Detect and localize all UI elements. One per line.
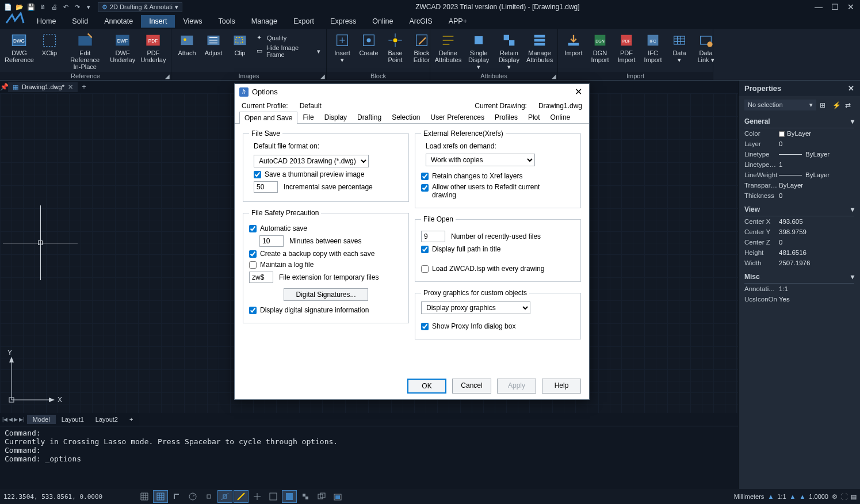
layout-prev-icon[interactable]: ◀ [9,417,13,422]
retain-xref-checkbox[interactable]: Retain changes to Xref layers [421,172,575,180]
edit-reference-button[interactable]: Edit Reference In-Place [64,31,106,71]
define-attributes-button[interactable]: Define Attributes [434,31,463,64]
status-scale[interactable]: 1:1 [777,493,786,500]
property-row[interactable]: ColorByLayer [744,128,854,139]
options-tab-plot[interactable]: Plot [523,111,545,123]
qat-undo-icon[interactable]: ↶ [61,2,70,12]
pdf-underlay-button[interactable]: PDFPDF Underlay [139,31,167,64]
file-tab-drawing1[interactable]: ▦ Drawing1.dwg* ✕ [8,82,78,92]
status-customize-icon[interactable]: ▤ [851,493,857,501]
options-tab-file[interactable]: File [297,111,319,123]
temp-file-ext-input[interactable] [249,272,273,283]
display-digsig-checkbox[interactable]: Display digital signature information [249,306,403,314]
dgn-import-button[interactable]: DGNDGN Import [588,31,612,64]
property-row[interactable]: Center Z0 [744,237,854,247]
attach-button[interactable]: Attach [175,31,199,58]
tab-views[interactable]: Views [175,15,210,28]
qat-save-icon[interactable]: 💾 [26,2,36,12]
layout-next-icon[interactable]: ▶ [14,417,18,422]
status-sc-button[interactable] [282,490,297,503]
general-group-header[interactable]: General▾ [744,115,854,128]
reference-launcher-icon[interactable]: ◢ [165,73,170,79]
data-button[interactable]: Data▾ [667,31,691,64]
pick-add-icon[interactable]: ⊞ [820,101,829,109]
ok-button[interactable]: OK [407,379,446,394]
options-tab-open-save[interactable]: Open and Save [239,112,297,124]
qat-plot-icon[interactable]: 🖨 [49,2,59,12]
retain-display-button[interactable]: Retain Display ▾ [495,31,523,71]
close-tab-icon[interactable]: ✕ [68,83,73,91]
close-button[interactable]: ✕ [845,2,857,12]
digital-signatures-button[interactable]: Digital Signatures... [284,288,368,301]
quality-button[interactable]: ✦Quality [254,33,323,43]
import-button[interactable]: Import [561,31,586,58]
options-tab-online[interactable]: Online [545,111,576,123]
pdf-import-button[interactable]: PDFPDF Import [614,31,639,64]
misc-group-header[interactable]: Misc▾ [744,270,854,284]
options-tab-selection[interactable]: Selection [387,111,425,123]
dwg-reference-button[interactable]: DWGDWG Reference [3,31,35,64]
workspace-dropdown[interactable]: ⚙ 2D Drafting & Annotati ▾ [98,2,182,12]
default-file-format-select[interactable]: AutoCAD 2013 Drawing (*.dwg) [254,155,369,167]
status-dyn-button[interactable] [250,490,265,503]
property-row[interactable]: Height481.6516 [744,247,854,258]
allow-refedit-checkbox[interactable]: Allow other users to Refedit current dra… [421,183,575,199]
tab-insert[interactable]: Insert [141,15,175,28]
manage-attributes-button[interactable]: Manage Attributes [525,31,554,64]
proxy-graphics-select[interactable]: Display proxy graphics [421,301,530,314]
tab-appplus[interactable]: APP+ [441,15,475,28]
save-thumbnail-checkbox[interactable]: Save a thumbnail preview image [254,170,403,178]
view-group-header[interactable]: View▾ [744,203,854,216]
status-grid-button[interactable] [137,490,152,503]
dwf-underlay-button[interactable]: DWFDWF Underlay [109,31,137,64]
hide-image-frame-button[interactable]: ▭Hide Image Frame▾ [254,44,323,59]
tab-export[interactable]: Export [285,15,322,28]
status-cycle-button[interactable] [314,490,329,503]
status-lwt-button[interactable] [234,490,249,503]
tab-express[interactable]: Express [322,15,364,28]
status-osnap-button[interactable] [201,490,216,503]
images-launcher-icon[interactable]: ◢ [320,73,325,79]
property-row[interactable]: Width2507.1976 [744,258,854,268]
qat-more-icon[interactable]: ▾ [84,2,93,12]
help-button[interactable]: Help [542,379,581,394]
options-tab-user-prefs[interactable]: User Preferences [426,111,490,123]
options-tab-display[interactable]: Display [319,111,352,123]
property-row[interactable]: Annotati...1:1 [744,284,854,294]
selection-dropdown[interactable]: No selection▾ [744,100,816,110]
status-units[interactable]: Millimeters [734,493,765,500]
status-qp-button[interactable] [266,490,281,503]
qat-saveas-icon[interactable]: 🗎 [38,2,47,12]
status-transparency-button[interactable] [298,490,313,503]
maximize-button[interactable]: ☐ [829,2,840,12]
minutes-between-saves-input[interactable] [259,235,284,247]
app-logo-icon[interactable] [3,10,26,28]
pin-icon[interactable]: 📌 [0,83,8,91]
display-full-path-checkbox[interactable]: Display full path in title [421,245,575,253]
status-snap-button[interactable] [153,490,168,503]
minimize-button[interactable]: — [813,2,824,12]
layout-tab-model[interactable]: Model [27,415,56,424]
layout-tab-layout2[interactable]: Layout2 [90,415,124,424]
create-block-button[interactable]: Create [357,31,381,58]
recent-files-input[interactable] [421,231,445,242]
apply-button[interactable]: Apply [497,379,536,394]
layout-last-icon[interactable]: ▶| [19,417,24,422]
status-model-button[interactable] [330,490,345,503]
tab-manage[interactable]: Manage [243,15,285,28]
coordinates-display[interactable]: 122.3504, 533.8561, 0.0000 [3,493,136,501]
property-row[interactable]: LineWeightByLayer [744,170,854,180]
property-row[interactable]: UcsIconOnYes [744,294,854,304]
qat-redo-icon[interactable]: ↷ [72,2,82,12]
properties-close-icon[interactable]: ✕ [848,84,854,93]
command-history[interactable]: Command: Currently in Crossing Lasso mod… [0,426,851,489]
incremental-save-input[interactable] [254,181,278,193]
toggle-icon[interactable]: ⇄ [845,101,854,109]
tab-home[interactable]: Home [29,15,64,28]
base-point-button[interactable]: Base Point [383,31,407,64]
tab-solid[interactable]: Solid [64,15,96,28]
single-display-button[interactable]: Single Display ▾ [465,31,493,71]
show-proxy-info-checkbox[interactable]: Show Proxy Info dialog box [421,322,575,330]
adjust-button[interactable]: Adjust [201,31,225,58]
property-row[interactable]: Thickness0 [744,190,854,201]
